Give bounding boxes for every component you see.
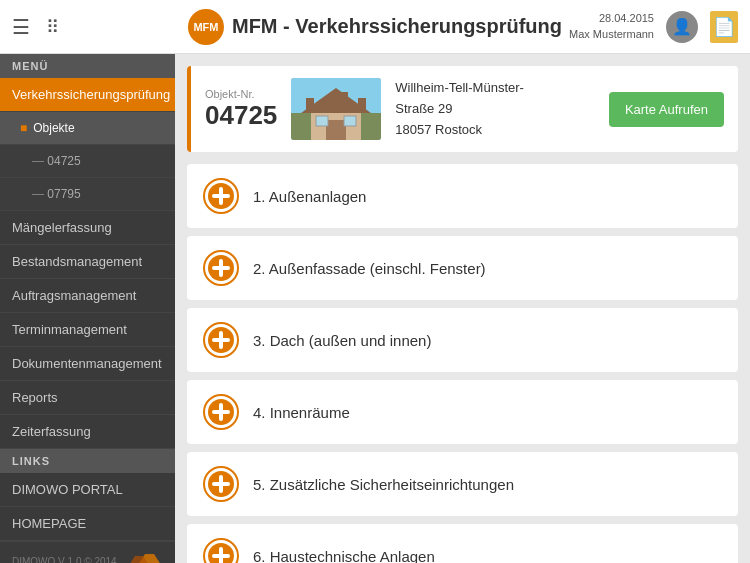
object-image <box>291 78 381 140</box>
category-label: 2. Außenfassade (einschl. Fenster) <box>253 258 486 279</box>
category-label: 1. Außenanlagen <box>253 186 366 207</box>
sidebar-item-verkehrssicherung[interactable]: Verkehrssicherungsprüfung <box>0 78 175 112</box>
category-label: 5. Zusätzliche Sicherheitseinrichtungen <box>253 474 514 495</box>
sidebar-item-zeiterfassung[interactable]: Zeiterfassung <box>0 415 175 449</box>
grid-icon[interactable]: ⠿ <box>46 16 60 38</box>
plus-icon <box>203 394 239 430</box>
object-number: 04725 <box>205 100 277 131</box>
svg-rect-7 <box>316 116 328 126</box>
svg-rect-10 <box>358 98 366 110</box>
content-area: Objekt-Nr. 04725 Willheim-Te <box>175 54 750 563</box>
category-label: 3. Dach (außen und innen) <box>253 330 431 351</box>
plus-icon <box>203 250 239 286</box>
user-avatar-icon[interactable]: 👤 <box>666 11 698 43</box>
date-label: 28.04.2015 <box>569 11 654 26</box>
svg-rect-8 <box>344 116 356 126</box>
sidebar-item-terminmanagement[interactable]: Terminmanagement <box>0 313 175 347</box>
plus-icon <box>203 322 239 358</box>
sidebar-item-dimowo-portal[interactable]: DIMOWO PORTAL <box>0 473 175 507</box>
top-bar-left: ☰ ⠿ <box>12 15 60 39</box>
svg-rect-35 <box>212 554 230 558</box>
category-item-3[interactable]: 3. Dach (außen und innen) <box>187 308 738 372</box>
plus-icon <box>203 466 239 502</box>
sidebar-item-reports[interactable]: Reports <box>0 381 175 415</box>
sidebar-item-dokumentenmanagement[interactable]: Dokumentenmanagement <box>0 347 175 381</box>
category-item-4[interactable]: 4. Innenräume <box>187 380 738 444</box>
document-icon[interactable]: 📄 <box>710 11 738 43</box>
category-label: 4. Innenräume <box>253 402 350 423</box>
sidebar-item-07795[interactable]: 07795 <box>0 178 175 211</box>
footer-logo-icon <box>127 552 163 563</box>
top-bar-logo-area: MFM MFM - Verkehrssicherungsprüfung <box>188 9 562 45</box>
object-card: Objekt-Nr. 04725 Willheim-Te <box>187 66 738 152</box>
category-item-2[interactable]: 2. Außenfassade (einschl. Fenster) <box>187 236 738 300</box>
object-label: Objekt-Nr. <box>205 88 277 100</box>
svg-rect-15 <box>212 194 230 198</box>
top-bar: ☰ ⠿ MFM MFM - Verkehrssicherungsprüfung … <box>0 0 750 54</box>
svg-rect-31 <box>212 482 230 486</box>
address-line1: Willheim-Tell-Münster- <box>395 78 595 99</box>
svg-rect-9 <box>306 98 314 110</box>
categories-list: 1. Außenanlagen 2. Außenfassade (einschl… <box>187 164 738 563</box>
links-section-header: LINKS <box>0 449 175 473</box>
sidebar-item-maengelerfassung[interactable]: Mängelerfassung <box>0 211 175 245</box>
address-line3: 18057 Rostock <box>395 120 595 141</box>
svg-rect-6 <box>326 120 346 140</box>
user-info: 28.04.2015 Max Mustermann <box>569 11 654 42</box>
category-item-6[interactable]: 6. Haustechnische Anlagen <box>187 524 738 563</box>
logo-circle: MFM <box>188 9 224 45</box>
object-id-area: Objekt-Nr. 04725 <box>205 88 277 131</box>
svg-rect-27 <box>212 410 230 414</box>
category-label: 6. Haustechnische Anlagen <box>253 546 435 563</box>
sidebar-footer: DIMOWO V 1.0 © 2014 Alle Rechte vorbehal… <box>0 541 175 563</box>
svg-rect-11 <box>336 92 348 102</box>
plus-icon <box>203 538 239 563</box>
footer-text: DIMOWO V 1.0 © 2014 Alle Rechte vorbehal… <box>12 555 118 563</box>
menu-section-header: MENÜ <box>0 54 175 78</box>
top-bar-right: 28.04.2015 Max Mustermann 👤 📄 <box>569 11 738 43</box>
main-layout: MENÜ Verkehrssicherungsprüfung ■ Objekte… <box>0 54 750 563</box>
hamburger-icon[interactable]: ☰ <box>12 15 30 39</box>
category-item-5[interactable]: 5. Zusätzliche Sicherheitseinrichtungen <box>187 452 738 516</box>
sidebar-item-bestandsmanagement[interactable]: Bestandsmanagement <box>0 245 175 279</box>
address-line2: Straße 29 <box>395 99 595 120</box>
svg-rect-23 <box>212 338 230 342</box>
map-button[interactable]: Karte Aufrufen <box>609 92 724 127</box>
object-address: Willheim-Tell-Münster- Straße 29 18057 R… <box>395 78 595 140</box>
sidebar-item-homepage[interactable]: HOMEPAGE <box>0 507 175 541</box>
sidebar-item-04725[interactable]: 04725 <box>0 145 175 178</box>
svg-rect-19 <box>212 266 230 270</box>
category-item-1[interactable]: 1. Außenanlagen <box>187 164 738 228</box>
plus-icon <box>203 178 239 214</box>
app-title: MFM - Verkehrssicherungsprüfung <box>232 15 562 38</box>
sidebar: MENÜ Verkehrssicherungsprüfung ■ Objekte… <box>0 54 175 563</box>
user-label: Max Mustermann <box>569 27 654 42</box>
sidebar-item-auftragsmanagement[interactable]: Auftragsmanagement <box>0 279 175 313</box>
sidebar-item-objekte[interactable]: ■ Objekte <box>0 112 175 145</box>
